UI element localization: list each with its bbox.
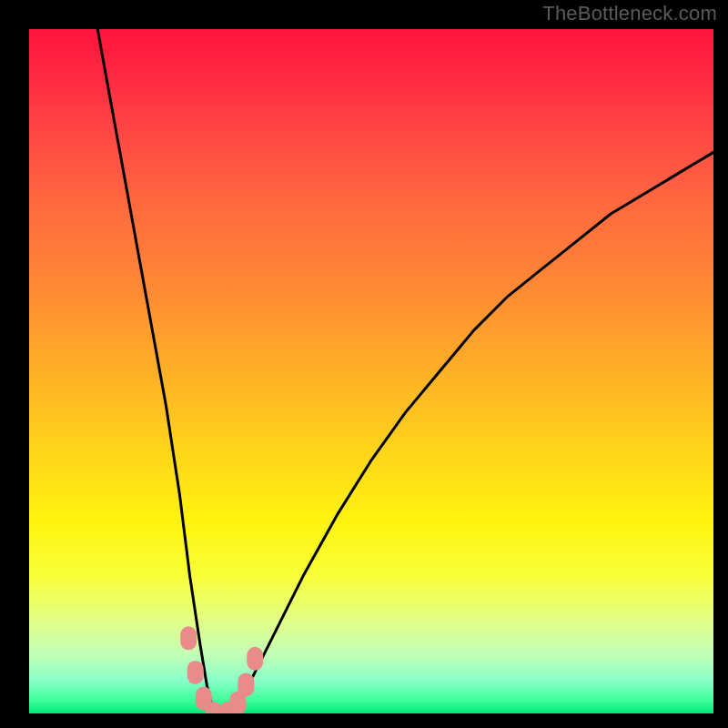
curve-marker	[247, 647, 263, 671]
chart-frame: TheBottleneck.com	[0, 0, 728, 728]
curve-marker	[187, 661, 204, 684]
marker-group	[180, 626, 263, 713]
curve-marker	[180, 626, 197, 650]
bottleneck-curve	[97, 29, 713, 713]
curve-marker	[238, 672, 254, 696]
plot-area	[29, 29, 713, 713]
curve-layer	[29, 29, 713, 713]
watermark-text: TheBottleneck.com	[542, 2, 717, 25]
